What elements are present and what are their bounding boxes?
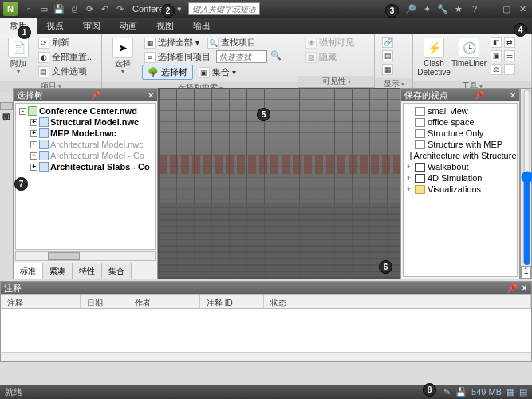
file-options-button[interactable]: ▤文件选项 (36, 65, 97, 78)
tilt-value[interactable]: 1 (521, 266, 531, 279)
print-icon[interactable]: ⎙ (68, 2, 81, 15)
tree-node[interactable]: +Architectural Slabs - Co (18, 161, 153, 172)
viewpoint-item[interactable]: +Visualizations (405, 184, 515, 195)
viewpoint-item[interactable]: small view (405, 105, 515, 117)
pin-icon[interactable]: 📌 (506, 283, 518, 294)
maximize-icon[interactable]: ▢ (500, 2, 513, 15)
viewport-3d[interactable] (158, 88, 400, 279)
viewpoint-item[interactable]: Structure Only (405, 128, 515, 139)
tilt-slider[interactable] (521, 89, 532, 266)
save-icon[interactable]: 💾 (53, 2, 65, 15)
tree-tab-standard[interactable]: 标准 (14, 263, 43, 279)
viewpoint-item[interactable]: Structure with MEP (405, 139, 515, 150)
select-same-button[interactable]: ≡选择相同项目 (142, 50, 213, 64)
tab-output[interactable]: 输出 (183, 18, 220, 34)
tab-viewpoint[interactable]: 视点 (37, 18, 73, 34)
viewpoint-list[interactable]: small view office space Structure Only S… (403, 103, 518, 277)
star-icon[interactable]: ★ (452, 2, 465, 15)
sheet-icon[interactable]: ▤ (519, 387, 527, 397)
hide-button[interactable]: ▨隐藏 (303, 50, 357, 64)
tree-node[interactable]: +MEP Model.nwc (18, 128, 153, 139)
quick-find-input[interactable] (216, 50, 267, 63)
tool-b[interactable]: ▣☵ (488, 49, 518, 62)
plan-view-tab[interactable]: 平面视图 (0, 102, 13, 110)
tree-tab-compact[interactable]: 紧凑 (43, 263, 73, 279)
expand-icon[interactable] (405, 140, 412, 148)
col-author[interactable]: 作者 (128, 295, 200, 308)
tilt-track[interactable] (521, 89, 531, 266)
timeliner-button[interactable]: 🕒 TimeLiner (453, 36, 485, 69)
help-icon[interactable]: ? (468, 2, 481, 15)
expand-icon[interactable]: + (30, 164, 37, 171)
chevron-down-icon[interactable]: ▾ (177, 4, 182, 14)
binoculars-icon[interactable]: 🔎 (404, 2, 417, 15)
col-date[interactable]: 日期 (81, 295, 128, 308)
app-logo[interactable]: N (3, 2, 18, 16)
expand-icon[interactable]: + (30, 152, 37, 160)
tree-node[interactable]: +Architectural Model.nwc (18, 139, 153, 150)
expand-icon[interactable] (405, 129, 412, 137)
viewpoint-item[interactable]: office space (405, 117, 515, 128)
display-a-button[interactable]: 🔗 (380, 36, 396, 49)
close-icon[interactable]: ✕ (521, 283, 528, 294)
disk-icon[interactable]: 💾 (455, 387, 467, 397)
tree-tab-props[interactable]: 特性 (73, 263, 102, 279)
select-all-button[interactable]: ▦选择全部▾ (142, 36, 202, 49)
expand-icon[interactable]: + (405, 174, 412, 182)
panel-header[interactable]: 选择树 📌 ✕ (14, 89, 157, 101)
tab-view[interactable]: 视图 (147, 18, 183, 34)
tree-tab-sets[interactable]: 集合 (102, 263, 132, 279)
tree-node[interactable]: +Structural Model.nwc (18, 117, 153, 128)
col-id[interactable]: 注释 ID (200, 295, 264, 308)
viewpoint-item[interactable]: Architecture with Structure (405, 150, 515, 161)
col-status[interactable]: 状态 (264, 295, 531, 308)
col-comment[interactable]: 注释 (1, 295, 81, 308)
tool-c[interactable]: ⚖⋯ (488, 63, 518, 76)
selection-tree-pill[interactable]: 🌳 选择树 (142, 65, 193, 80)
force-visible-button[interactable]: 👁强制可见 (303, 36, 357, 49)
expand-icon[interactable] (405, 107, 412, 115)
expand-icon[interactable]: - (19, 108, 26, 115)
reset-all-button[interactable]: ◐全部重置... (36, 50, 97, 64)
expand-icon[interactable]: + (405, 185, 412, 193)
close-icon[interactable]: ✕ (516, 2, 529, 15)
clash-detective-button[interactable]: ⚡ Clash Detective (418, 36, 450, 78)
viewpoint-item[interactable]: +4D Simulation (405, 172, 515, 184)
display-b-button[interactable]: ▤ (380, 49, 396, 62)
tree-node[interactable]: +Architectural Model - Co (18, 150, 153, 161)
display-c-button[interactable]: ▦ (380, 63, 396, 76)
wrench-icon[interactable]: 🔧 (436, 2, 449, 15)
tool-a[interactable]: ◧⇄ (488, 36, 518, 49)
pin-icon[interactable]: 📌 (91, 91, 100, 100)
find-items-button[interactable]: 🔍查找项目 (205, 36, 258, 49)
pin-icon[interactable]: 📌 (475, 91, 484, 100)
expand-icon[interactable]: + (405, 163, 412, 171)
tree-body[interactable]: -Conference Center.nwd+Structural Model.… (15, 103, 156, 250)
undo-icon[interactable]: ↶ (98, 2, 111, 15)
close-icon[interactable]: ✕ (148, 91, 154, 100)
minimize-icon[interactable]: ― (484, 2, 497, 15)
tab-review[interactable]: 审阅 (73, 18, 110, 34)
expand-icon[interactable] (405, 118, 412, 126)
redo-icon[interactable]: ↷ (113, 2, 126, 15)
select-button[interactable]: ➤ 选择 ▾ (107, 36, 139, 77)
expand-icon[interactable] (405, 152, 408, 160)
expand-icon[interactable]: + (30, 119, 37, 126)
tab-animation[interactable]: 动画 (110, 18, 147, 34)
annot-scrollbar[interactable] (1, 352, 531, 361)
grid-icon[interactable]: ▦ (506, 387, 514, 397)
tree-scrollbar[interactable] (15, 251, 156, 261)
pencil-icon[interactable]: ✎ (443, 387, 451, 397)
quick-find-icon[interactable]: 🔍 (270, 50, 282, 64)
open-icon[interactable]: ▭ (37, 2, 50, 15)
expand-icon[interactable]: + (30, 130, 37, 137)
annot-body[interactable] (1, 309, 531, 352)
panel-header[interactable]: 注释 📌 ✕ (1, 282, 531, 294)
sets-button[interactable]: ▣集合▾ (196, 65, 238, 80)
tool-icon[interactable]: ✦ (420, 2, 433, 15)
refresh-icon[interactable]: ⟳ (83, 2, 96, 15)
append-button[interactable]: 📄 附加 ▾ (5, 36, 33, 77)
help-search-input[interactable] (188, 2, 260, 15)
expand-icon[interactable]: + (30, 141, 37, 148)
panel-header[interactable]: 保存的视点 📌 ✕ (401, 89, 519, 101)
